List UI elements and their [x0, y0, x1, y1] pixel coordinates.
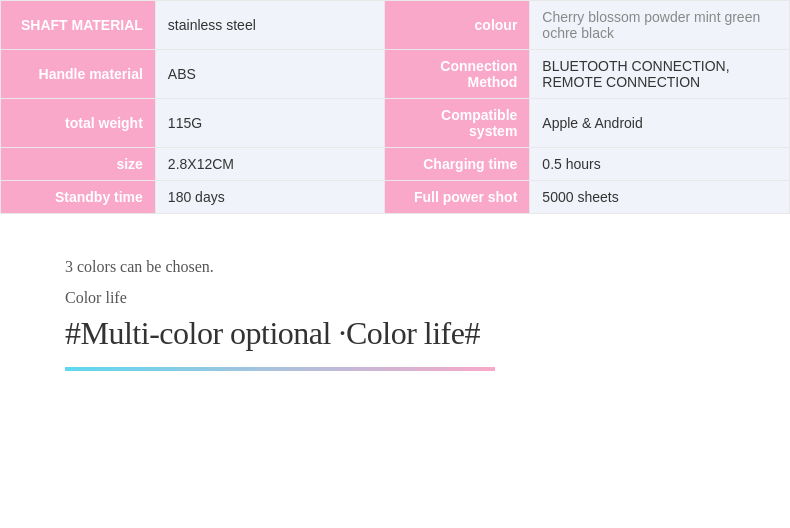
right-label-0: colour [385, 1, 530, 50]
left-value-0: stainless steel [155, 1, 385, 50]
right-label-2: Compatible system [385, 99, 530, 148]
left-value-3: 2.8X12CM [155, 148, 385, 181]
left-label-4: Standby time [1, 181, 156, 214]
right-value-2: Apple & Android [530, 99, 790, 148]
left-label-1: Handle material [1, 50, 156, 99]
left-value-1: ABS [155, 50, 385, 99]
left-value-4: 180 days [155, 181, 385, 214]
right-value-0: Cherry blossom powder mint green ochre b… [530, 1, 790, 50]
right-label-3: Charging time [385, 148, 530, 181]
right-label-4: Full power shot [385, 181, 530, 214]
colors-line1: 3 colors can be chosen. [65, 254, 790, 280]
right-value-4: 5000 sheets [530, 181, 790, 214]
specs-table: SHAFT MATERIALstainless steelcolourCherr… [0, 0, 790, 214]
hashtag-text: #Multi-color optional ·Color life# [65, 315, 790, 352]
right-value-3: 0.5 hours [530, 148, 790, 181]
left-label-2: total weight [1, 99, 156, 148]
underline-bar [65, 367, 495, 371]
left-label-3: size [1, 148, 156, 181]
right-value-1: BLUETOOTH CONNECTION, REMOTE CONNECTION [530, 50, 790, 99]
right-label-1: Connection Method [385, 50, 530, 99]
left-label-0: SHAFT MATERIAL [1, 1, 156, 50]
left-value-2: 115G [155, 99, 385, 148]
bottom-section: 3 colors can be chosen. Color life #Mult… [0, 214, 790, 371]
colors-line2: Color life [65, 285, 790, 311]
